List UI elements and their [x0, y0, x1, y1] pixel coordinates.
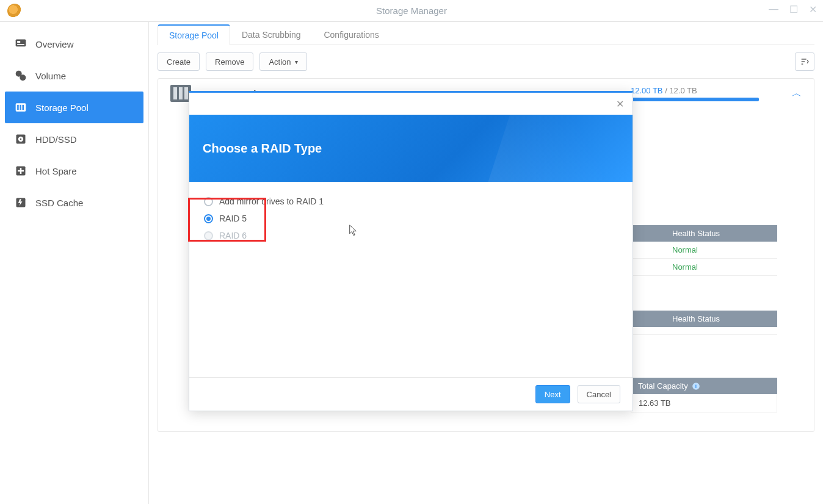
dialog-close-icon[interactable]: ✕ — [616, 98, 624, 110]
close-icon[interactable]: ✕ — [809, 4, 817, 15]
collapse-icon[interactable]: ︿ — [792, 87, 802, 100]
total-capacity-strip: Total Capacity i 12.63 TB — [631, 378, 777, 412]
window-titlebar: Storage Manager — ☐ ✕ — [0, 0, 823, 22]
radio-icon — [204, 231, 213, 240]
dialog-title: Choose a RAID Type — [203, 142, 322, 156]
chevron-down-icon: ▾ — [295, 59, 298, 65]
tab-data-scrubbing[interactable]: Data Scrubbing — [230, 24, 313, 45]
next-button[interactable]: Next — [535, 385, 570, 403]
overview-icon — [15, 38, 27, 50]
sidebar-item-hdd-ssd[interactable]: HDD/SSD — [5, 123, 143, 155]
total-capacity-label: Total Capacity — [638, 381, 688, 391]
app-icon — [7, 4, 22, 18]
ssd-cache-icon — [15, 196, 27, 209]
radio-label: RAID 5 — [219, 214, 247, 223]
radio-label: RAID 6 — [219, 231, 247, 240]
sidebar-item-label: SSD Cache — [35, 198, 83, 208]
sort-toggle-button[interactable] — [795, 52, 814, 71]
button-label: Remove — [215, 57, 244, 67]
tab-configurations[interactable]: Configurations — [312, 24, 390, 45]
sidebar: Overview Volume Storage Pool HDD/SSD Hot… — [0, 22, 149, 504]
total-capacity-value: 12.63 TB — [631, 394, 777, 412]
button-label: Action — [269, 57, 291, 67]
sidebar-item-label: Storage Pool — [35, 103, 89, 113]
sidebar-item-volume[interactable]: Volume — [5, 60, 143, 92]
cancel-button[interactable]: Cancel — [578, 385, 620, 403]
raid-type-dialog: ✕ Choose a RAID Type Add mirror drives t… — [189, 91, 633, 411]
capacity-block: 12.00 TB / 12.0 TB — [631, 86, 783, 101]
sidebar-item-label: Overview — [35, 39, 74, 49]
storage-pool-card: Storage Pool 1 - Normal 12.00 TB / 12.0 … — [158, 78, 814, 432]
capacity-bar — [631, 98, 759, 101]
tab-label: Storage Pool — [169, 31, 219, 40]
storage-pool-icon — [15, 101, 27, 113]
svg-rect-2 — [17, 44, 24, 45]
sidebar-item-label: Hot Spare — [35, 166, 77, 176]
action-button[interactable]: Action▾ — [259, 52, 306, 71]
svg-rect-6 — [17, 105, 19, 110]
minimize-icon[interactable]: — — [769, 4, 778, 15]
dialog-banner: Choose a RAID Type — [189, 115, 633, 182]
sidebar-item-storage-pool[interactable]: Storage Pool — [5, 92, 143, 123]
maximize-icon[interactable]: ☐ — [789, 4, 798, 15]
sidebar-item-overview[interactable]: Overview — [5, 28, 143, 60]
button-label: Next — [545, 390, 561, 399]
tab-label: Configurations — [324, 30, 379, 40]
info-icon[interactable]: i — [692, 382, 700, 391]
svg-rect-0 — [16, 40, 26, 47]
sidebar-item-label: Volume — [35, 71, 66, 81]
pool-icon — [170, 85, 191, 102]
tab-storage-pool[interactable]: Storage Pool — [158, 24, 230, 45]
svg-point-11 — [20, 139, 22, 140]
hdd-icon — [15, 133, 27, 145]
capacity-total: 12.0 TB — [669, 86, 697, 95]
create-button[interactable]: Create — [158, 52, 200, 71]
svg-point-4 — [20, 74, 26, 81]
hot-spare-icon — [15, 165, 27, 177]
capacity-used: 12.00 TB — [631, 86, 663, 95]
sort-icon — [800, 57, 810, 67]
remove-button[interactable]: Remove — [206, 52, 253, 71]
radio-option-add-mirror[interactable]: Add mirror drives to RAID 1 — [204, 193, 618, 210]
tab-label: Data Scrubbing — [242, 30, 301, 40]
sidebar-item-ssd-cache[interactable]: SSD Cache — [5, 187, 143, 218]
window-title: Storage Manager — [376, 5, 447, 16]
radio-icon — [204, 197, 213, 206]
col-header: Health Status — [672, 314, 770, 323]
radio-icon — [204, 214, 213, 223]
tabs: Storage Pool Data Scrubbing Configuratio… — [158, 22, 814, 45]
button-label: Create — [167, 57, 190, 67]
radio-label: Add mirror drives to RAID 1 — [219, 196, 324, 206]
radio-option-raid6: RAID 6 — [204, 227, 618, 244]
col-header: Health Status — [672, 229, 770, 238]
radio-option-raid5[interactable]: RAID 5 — [204, 210, 618, 227]
sidebar-item-label: HDD/SSD — [35, 134, 77, 145]
svg-text:i: i — [695, 383, 697, 389]
svg-rect-7 — [20, 105, 21, 110]
toolbar: Create Remove Action▾ — [158, 45, 814, 78]
button-label: Cancel — [587, 390, 611, 399]
svg-rect-1 — [17, 41, 20, 43]
sidebar-item-hot-spare[interactable]: Hot Spare — [5, 155, 143, 187]
svg-rect-8 — [23, 105, 24, 110]
volume-icon — [15, 70, 27, 82]
